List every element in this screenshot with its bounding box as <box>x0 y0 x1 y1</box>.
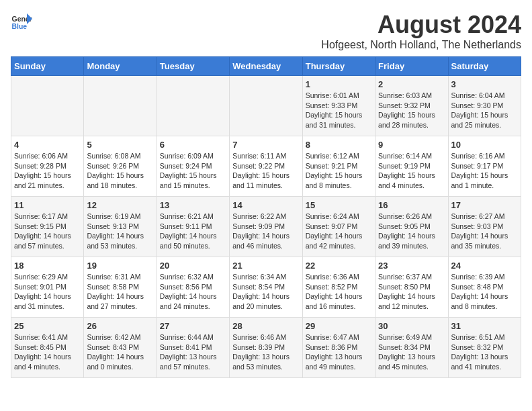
week-row-1: 4Sunrise: 6:06 AM Sunset: 9:28 PM Daylig… <box>11 136 521 197</box>
day-info: Sunrise: 6:36 AM Sunset: 8:52 PM Dayligh… <box>306 272 372 312</box>
calendar-cell: 3Sunrise: 6:04 AM Sunset: 9:30 PM Daylig… <box>448 76 521 136</box>
day-info: Sunrise: 6:04 AM Sunset: 9:30 PM Dayligh… <box>451 91 518 130</box>
day-info: Sunrise: 6:19 AM Sunset: 9:13 PM Dayligh… <box>87 212 153 251</box>
day-info: Sunrise: 6:31 AM Sunset: 8:58 PM Dayligh… <box>87 272 153 312</box>
day-number: 28 <box>232 321 299 331</box>
day-info: Sunrise: 6:27 AM Sunset: 9:03 PM Dayligh… <box>451 212 518 251</box>
week-row-0: 1Sunrise: 6:01 AM Sunset: 9:33 PM Daylig… <box>11 76 521 136</box>
day-header-tuesday: Tuesday <box>157 57 229 76</box>
day-info: Sunrise: 6:01 AM Sunset: 9:33 PM Dayligh… <box>306 91 372 130</box>
day-number: 8 <box>306 140 372 150</box>
day-number: 11 <box>14 200 81 210</box>
day-info: Sunrise: 6:39 AM Sunset: 8:48 PM Dayligh… <box>451 272 518 312</box>
day-number: 7 <box>232 140 299 150</box>
day-number: 31 <box>451 321 518 331</box>
calendar-cell: 24Sunrise: 6:39 AM Sunset: 8:48 PM Dayli… <box>448 257 521 318</box>
calendar-cell <box>230 76 302 136</box>
calendar-cell <box>84 76 157 136</box>
calendar-cell: 13Sunrise: 6:21 AM Sunset: 9:11 PM Dayli… <box>157 197 229 257</box>
day-number: 15 <box>306 200 372 210</box>
calendar-cell <box>157 76 229 136</box>
calendar-cell: 6Sunrise: 6:09 AM Sunset: 9:24 PM Daylig… <box>157 136 229 197</box>
logo-icon: General Blue <box>11 11 32 32</box>
main-title: August 2024 <box>321 11 521 39</box>
day-info: Sunrise: 6:42 AM Sunset: 8:43 PM Dayligh… <box>87 332 153 372</box>
calendar-cell: 7Sunrise: 6:11 AM Sunset: 9:22 PM Daylig… <box>230 136 302 197</box>
day-info: Sunrise: 6:29 AM Sunset: 9:01 PM Dayligh… <box>14 272 81 312</box>
day-info: Sunrise: 6:32 AM Sunset: 8:56 PM Dayligh… <box>160 272 226 312</box>
header: General Blue August 2024 Hofgeest, North… <box>11 11 521 51</box>
day-header-wednesday: Wednesday <box>230 57 302 76</box>
subtitle: Hofgeest, North Holland, The Netherlands <box>321 39 521 51</box>
day-number: 25 <box>14 321 81 331</box>
calendar-cell: 20Sunrise: 6:32 AM Sunset: 8:56 PM Dayli… <box>157 257 229 318</box>
calendar-cell: 5Sunrise: 6:08 AM Sunset: 9:26 PM Daylig… <box>84 136 157 197</box>
svg-text:Blue: Blue <box>12 23 28 30</box>
day-number: 10 <box>451 140 518 150</box>
calendar-cell: 9Sunrise: 6:14 AM Sunset: 9:19 PM Daylig… <box>375 136 448 197</box>
logo: General Blue <box>11 11 32 32</box>
calendar-cell: 31Sunrise: 6:51 AM Sunset: 8:32 PM Dayli… <box>448 318 521 378</box>
day-info: Sunrise: 6:17 AM Sunset: 9:15 PM Dayligh… <box>14 212 81 251</box>
calendar-cell: 22Sunrise: 6:36 AM Sunset: 8:52 PM Dayli… <box>302 257 375 318</box>
day-info: Sunrise: 6:09 AM Sunset: 9:24 PM Dayligh… <box>160 151 226 191</box>
day-number: 13 <box>160 200 226 210</box>
day-number: 4 <box>14 140 81 150</box>
day-info: Sunrise: 6:41 AM Sunset: 8:45 PM Dayligh… <box>14 332 81 372</box>
day-number: 23 <box>378 261 445 271</box>
calendar-cell: 2Sunrise: 6:03 AM Sunset: 9:32 PM Daylig… <box>375 76 448 136</box>
calendar-table: SundayMondayTuesdayWednesdayThursdayFrid… <box>11 56 521 378</box>
day-info: Sunrise: 6:08 AM Sunset: 9:26 PM Dayligh… <box>87 151 153 191</box>
day-header-sunday: Sunday <box>11 57 84 76</box>
header-row: SundayMondayTuesdayWednesdayThursdayFrid… <box>11 57 521 76</box>
day-number: 1 <box>306 79 372 89</box>
day-number: 30 <box>378 321 445 331</box>
calendar-cell: 26Sunrise: 6:42 AM Sunset: 8:43 PM Dayli… <box>84 318 157 378</box>
day-number: 24 <box>451 261 518 271</box>
day-info: Sunrise: 6:24 AM Sunset: 9:07 PM Dayligh… <box>306 212 372 251</box>
day-header-friday: Friday <box>375 57 448 76</box>
day-header-thursday: Thursday <box>302 57 375 76</box>
day-header-monday: Monday <box>84 57 157 76</box>
calendar-cell: 11Sunrise: 6:17 AM Sunset: 9:15 PM Dayli… <box>11 197 84 257</box>
day-info: Sunrise: 6:47 AM Sunset: 8:36 PM Dayligh… <box>306 332 372 372</box>
day-info: Sunrise: 6:06 AM Sunset: 9:28 PM Dayligh… <box>14 151 81 191</box>
day-number: 22 <box>306 261 372 271</box>
calendar-cell: 29Sunrise: 6:47 AM Sunset: 8:36 PM Dayli… <box>302 318 375 378</box>
day-info: Sunrise: 6:37 AM Sunset: 8:50 PM Dayligh… <box>378 272 445 312</box>
day-info: Sunrise: 6:34 AM Sunset: 8:54 PM Dayligh… <box>232 272 299 312</box>
calendar-cell <box>11 76 84 136</box>
calendar-cell: 23Sunrise: 6:37 AM Sunset: 8:50 PM Dayli… <box>375 257 448 318</box>
day-number: 3 <box>451 79 518 89</box>
day-info: Sunrise: 6:26 AM Sunset: 9:05 PM Dayligh… <box>378 212 445 251</box>
day-number: 5 <box>87 140 153 150</box>
day-number: 17 <box>451 200 518 210</box>
day-number: 26 <box>87 321 153 331</box>
calendar-cell: 10Sunrise: 6:16 AM Sunset: 9:17 PM Dayli… <box>448 136 521 197</box>
day-header-saturday: Saturday <box>448 57 521 76</box>
day-info: Sunrise: 6:22 AM Sunset: 9:09 PM Dayligh… <box>232 212 299 251</box>
day-info: Sunrise: 6:21 AM Sunset: 9:11 PM Dayligh… <box>160 212 226 251</box>
calendar-cell: 1Sunrise: 6:01 AM Sunset: 9:33 PM Daylig… <box>302 76 375 136</box>
day-number: 9 <box>378 140 445 150</box>
calendar-cell: 19Sunrise: 6:31 AM Sunset: 8:58 PM Dayli… <box>84 257 157 318</box>
day-number: 19 <box>87 261 153 271</box>
calendar-cell: 14Sunrise: 6:22 AM Sunset: 9:09 PM Dayli… <box>230 197 302 257</box>
calendar-cell: 16Sunrise: 6:26 AM Sunset: 9:05 PM Dayli… <box>375 197 448 257</box>
day-number: 27 <box>160 321 226 331</box>
day-number: 29 <box>306 321 372 331</box>
day-info: Sunrise: 6:14 AM Sunset: 9:19 PM Dayligh… <box>378 151 445 191</box>
calendar-cell: 4Sunrise: 6:06 AM Sunset: 9:28 PM Daylig… <box>11 136 84 197</box>
day-info: Sunrise: 6:46 AM Sunset: 8:39 PM Dayligh… <box>232 332 299 372</box>
day-info: Sunrise: 6:16 AM Sunset: 9:17 PM Dayligh… <box>451 151 518 191</box>
calendar-cell: 17Sunrise: 6:27 AM Sunset: 9:03 PM Dayli… <box>448 197 521 257</box>
calendar-cell: 28Sunrise: 6:46 AM Sunset: 8:39 PM Dayli… <box>230 318 302 378</box>
title-section: August 2024 Hofgeest, North Holland, The… <box>321 11 521 51</box>
calendar-cell: 15Sunrise: 6:24 AM Sunset: 9:07 PM Dayli… <box>302 197 375 257</box>
week-row-4: 25Sunrise: 6:41 AM Sunset: 8:45 PM Dayli… <box>11 318 521 378</box>
calendar-cell: 25Sunrise: 6:41 AM Sunset: 8:45 PM Dayli… <box>11 318 84 378</box>
day-number: 2 <box>378 79 445 89</box>
day-info: Sunrise: 6:51 AM Sunset: 8:32 PM Dayligh… <box>451 332 518 372</box>
week-row-3: 18Sunrise: 6:29 AM Sunset: 9:01 PM Dayli… <box>11 257 521 318</box>
day-number: 20 <box>160 261 226 271</box>
